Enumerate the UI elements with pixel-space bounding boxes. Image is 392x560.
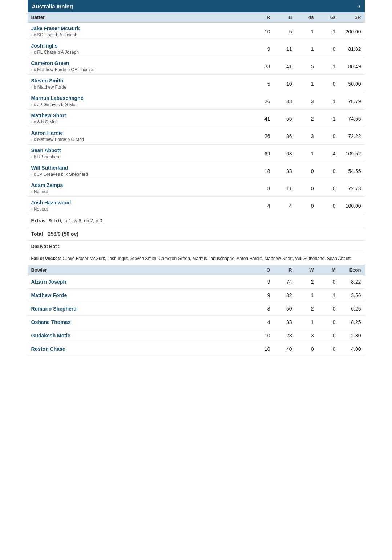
col-o: O bbox=[248, 267, 270, 273]
stat-r: 40 bbox=[270, 346, 292, 352]
dismissal-text: Not out bbox=[34, 207, 48, 212]
stat-b: 5 bbox=[270, 29, 292, 35]
dismissal-text: Not out bbox=[34, 189, 48, 194]
batter-name[interactable]: Adam Zampa bbox=[31, 182, 248, 188]
stat-r: 32 bbox=[270, 292, 292, 298]
chevron-icon: › bbox=[31, 103, 32, 107]
batter-name[interactable]: Josh Hazlewood bbox=[31, 200, 248, 206]
chevron-icon: › bbox=[31, 120, 32, 124]
batter-name[interactable]: Jake Fraser McGurk bbox=[31, 25, 248, 31]
fow-value: Jake Fraser McGurk, Josh Inglis, Steven … bbox=[65, 256, 351, 261]
col-4s: 4s bbox=[292, 15, 314, 20]
did-not-bat-row: Did Not Bat : bbox=[28, 241, 365, 252]
stat-r: 9 bbox=[248, 46, 270, 52]
bowler-table: Bowler O R W M Econ Alzarri Joseph 9 74 … bbox=[28, 265, 365, 356]
stat-4s: 0 bbox=[292, 168, 314, 174]
batter-name[interactable]: Matthew Short bbox=[31, 113, 248, 118]
stat-r: 18 bbox=[248, 168, 270, 174]
stat-4s: 2 bbox=[292, 116, 314, 122]
batter-name[interactable]: Josh Inglis bbox=[31, 43, 248, 49]
stat-sr: 81.82 bbox=[336, 46, 361, 52]
batter-rows: Jake Fraser McGurk › c SD Hope b A Josep… bbox=[28, 23, 365, 214]
stat-4s: 3 bbox=[292, 133, 314, 139]
stat-b: 11 bbox=[270, 186, 292, 191]
section-title: Australia Inning bbox=[32, 3, 73, 9]
stat-r: 33 bbox=[248, 64, 270, 69]
dismissal-text: c RL Chase b A Joseph bbox=[34, 50, 79, 55]
stat-econ: 4.00 bbox=[336, 346, 361, 352]
did-not-bat-label: Did Not Bat : bbox=[31, 244, 60, 249]
stat-w: 1 bbox=[292, 319, 314, 325]
col-m: M bbox=[314, 267, 336, 273]
section-header: Australia Inning › bbox=[28, 0, 365, 12]
chevron-icon: › bbox=[31, 33, 32, 37]
stat-w: 2 bbox=[292, 306, 314, 312]
stat-b: 33 bbox=[270, 168, 292, 174]
table-row: Gudakesh Motie 10 28 3 0 2.80 bbox=[28, 329, 365, 342]
stat-r: 10 bbox=[248, 29, 270, 35]
table-row: Marnus Labuschagne › c JP Greaves b G Mo… bbox=[28, 92, 365, 110]
batter-name[interactable]: Marnus Labuschagne bbox=[31, 95, 248, 101]
stat-o: 8 bbox=[248, 306, 270, 312]
stat-sr: 78.79 bbox=[336, 98, 361, 104]
dismissal-text: b Matthew Forde bbox=[34, 85, 66, 90]
stat-6s: 0 bbox=[314, 203, 336, 209]
col-w: W bbox=[292, 267, 314, 273]
col-b: B bbox=[270, 15, 292, 20]
bowler-name[interactable]: Romario Shepherd bbox=[31, 306, 248, 312]
stat-b: 33 bbox=[270, 98, 292, 104]
batter-name[interactable]: Will Sutherland bbox=[31, 165, 248, 171]
stat-m: 1 bbox=[314, 292, 336, 298]
batter-name[interactable]: Steven Smith bbox=[31, 78, 248, 84]
stat-6s: 0 bbox=[314, 46, 336, 52]
extras-value: 9 bbox=[49, 218, 52, 223]
batter-dismissal: › b Matthew Forde bbox=[31, 85, 248, 90]
batter-name[interactable]: Sean Abbott bbox=[31, 147, 248, 153]
stat-sr: 109.52 bbox=[336, 151, 361, 157]
bowler-name[interactable]: Gudakesh Motie bbox=[31, 333, 248, 338]
stat-r: 5 bbox=[248, 81, 270, 87]
table-row: Roston Chase 10 40 0 0 4.00 bbox=[28, 342, 365, 356]
batter-name[interactable]: Cameron Green bbox=[31, 60, 248, 66]
batter-dismissal: › c & b G Moti bbox=[31, 119, 248, 125]
stat-sr: 200.00 bbox=[336, 29, 361, 35]
table-row: Alzarri Joseph 9 74 2 0 8.22 bbox=[28, 275, 365, 289]
bowler-name[interactable]: Oshane Thomas bbox=[31, 319, 248, 325]
stat-w: 2 bbox=[292, 279, 314, 285]
batter-name[interactable]: Aaron Hardie bbox=[31, 130, 248, 136]
stat-sr: 72.22 bbox=[336, 133, 361, 139]
stat-r: 26 bbox=[248, 133, 270, 139]
dismissal-text: c & b G Moti bbox=[34, 119, 58, 125]
table-row: Jake Fraser McGurk › c SD Hope b A Josep… bbox=[28, 23, 365, 40]
stat-w: 3 bbox=[292, 333, 314, 338]
total-row: Total 258/9 (50 ov) bbox=[28, 227, 365, 241]
stat-w: 0 bbox=[292, 346, 314, 352]
bowler-name[interactable]: Alzarri Joseph bbox=[31, 279, 248, 285]
stat-o: 9 bbox=[248, 279, 270, 285]
table-row: Matthew Short › c & b G Moti 41 55 2 1 7… bbox=[28, 110, 365, 127]
bowler-name[interactable]: Matthew Forde bbox=[31, 292, 248, 298]
stat-sr: 50.00 bbox=[336, 81, 361, 87]
stat-sr: 72.73 bbox=[336, 186, 361, 191]
dismissal-text: c JP Greaves b G Moti bbox=[34, 102, 78, 107]
stat-m: 0 bbox=[314, 346, 336, 352]
chevron-icon[interactable]: › bbox=[358, 3, 360, 9]
stat-6s: 1 bbox=[314, 29, 336, 35]
batter-dismissal: › c RL Chase b A Joseph bbox=[31, 50, 248, 55]
fall-of-wickets-row: Fall of Wickets : Jake Fraser McGurk, Jo… bbox=[28, 252, 365, 265]
stat-b: 41 bbox=[270, 64, 292, 69]
stat-r: 69 bbox=[248, 151, 270, 157]
table-row: Steven Smith › b Matthew Forde 5 10 1 0 … bbox=[28, 75, 365, 92]
bowler-name[interactable]: Roston Chase bbox=[31, 346, 248, 352]
stat-b: 63 bbox=[270, 151, 292, 157]
stat-sr: 54.55 bbox=[336, 168, 361, 174]
col-6s: 6s bbox=[314, 15, 336, 20]
table-row: Romario Shepherd 8 50 2 0 6.25 bbox=[28, 302, 365, 316]
stat-4s: 1 bbox=[292, 29, 314, 35]
dismissal-text: c SD Hope b A Joseph bbox=[34, 32, 77, 37]
stat-b: 55 bbox=[270, 116, 292, 122]
chevron-icon: › bbox=[31, 85, 32, 89]
stat-r: 41 bbox=[248, 116, 270, 122]
stat-6s: 0 bbox=[314, 186, 336, 191]
col-sr: SR bbox=[336, 15, 361, 20]
